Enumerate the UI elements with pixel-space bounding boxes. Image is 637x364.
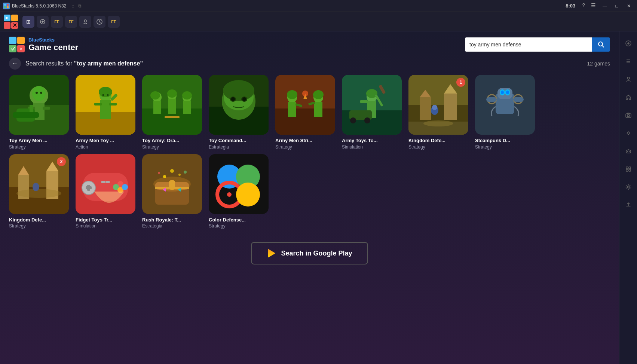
search-google-play-button[interactable]: Search in Google Play	[251, 242, 368, 264]
game-card-rush-royale[interactable]: Rush Royale: T... Estrategia	[142, 154, 202, 229]
sidebar-icon-camera[interactable]	[622, 109, 634, 121]
titlebar-left: BlueStacks 5.5.0.1063 N32 ⌂ ⧉	[3, 3, 82, 9]
game-genre-kingdom-defe-2: Strategy	[9, 223, 69, 229]
sidebar-icon-game[interactable]	[622, 145, 634, 157]
game-genre-army-toys: Simulation	[342, 144, 402, 150]
game-card-toy-army-men[interactable]: Toy Army Men ... Strategy	[9, 75, 69, 150]
game-card-toy-army-drag[interactable]: Toy Army: Dra... Strategy	[142, 75, 202, 150]
svg-point-28	[102, 94, 104, 96]
game-card-army-toys[interactable]: Army Toys To... Simulation	[342, 75, 402, 150]
search-results-label: Search results for "toy army men defense…	[25, 60, 143, 67]
game-card-army-men-toy[interactable]: Army Men Toy ... Action	[76, 75, 135, 150]
sidebar-icon-grid[interactable]	[622, 163, 634, 175]
back-row: ← Search results for "toy army men defen…	[0, 56, 619, 73]
thumb-army-men-toy	[76, 75, 135, 135]
sidebar-icon-resize[interactable]	[622, 127, 634, 139]
game-genre-toy-army-drag: Strategy	[142, 144, 202, 150]
back-button[interactable]: ←	[9, 58, 21, 70]
appbar-icon-ff3[interactable]: FF	[108, 16, 120, 28]
notification-badge-1: 1	[456, 78, 465, 87]
game-genre-rush-royale: Estrategia	[142, 223, 202, 229]
sidebar-icon-menu[interactable]	[622, 55, 634, 67]
appbar-icon-ff1[interactable]: FF	[51, 16, 63, 28]
game-card-kingdom-defe-2[interactable]: 2 Kingdom Defe...	[9, 154, 69, 229]
game-card-color-defense[interactable]: Color Defense... Strategy	[209, 154, 269, 229]
appbar-icon-4[interactable]	[94, 16, 105, 28]
svg-point-47	[223, 80, 254, 101]
appbar-icon-2[interactable]	[37, 16, 49, 28]
svg-rect-71	[360, 100, 368, 103]
game-name-army-men-toy: Army Men Toy ...	[76, 138, 135, 144]
brand-icon-red: ✕	[17, 45, 25, 52]
game-name-rush-royale: Rush Royale: T...	[142, 217, 202, 223]
svg-rect-130	[209, 154, 269, 214]
window-icon[interactable]: ⧉	[78, 3, 82, 9]
svg-point-82	[432, 105, 437, 110]
game-genre-color-defense: Strategy	[209, 223, 269, 229]
svg-point-63	[302, 91, 308, 97]
game-center-title: Game center	[28, 43, 78, 52]
appbar-icon-1[interactable]: ⊞	[22, 16, 34, 28]
svg-rect-2	[4, 6, 6, 8]
maximize-button[interactable]: □	[612, 2, 622, 10]
svg-point-125	[163, 175, 166, 178]
appbar-icon-3[interactable]	[79, 16, 91, 28]
svg-point-104	[16, 189, 61, 198]
header-title-group: BlueStacks Game center	[28, 37, 78, 52]
game-card-army-men-str[interactable]: Army Men Stri... Strategy	[275, 75, 335, 150]
search-button[interactable]	[592, 37, 610, 52]
game-card-kingdom-defe-1[interactable]: 1	[408, 75, 468, 150]
content-header: ✕ BlueStacks Game center	[0, 31, 619, 56]
minimize-button[interactable]: —	[600, 2, 610, 10]
svg-rect-55	[288, 102, 296, 117]
game-name-army-men-str: Army Men Stri...	[275, 138, 335, 144]
games-count: 12 games	[587, 61, 610, 67]
svg-rect-53	[275, 108, 335, 135]
search-bar-container	[465, 37, 610, 52]
google-play-icon	[267, 248, 277, 259]
bluestacks-logo: ✕	[4, 15, 18, 29]
svg-point-51	[242, 97, 246, 101]
svg-point-149	[629, 151, 630, 152]
sidebar-icon-settings[interactable]	[622, 181, 634, 193]
thumb-toy-command	[209, 75, 269, 135]
sidebar-icon-user[interactable]	[622, 73, 634, 85]
svg-line-8	[602, 46, 604, 48]
svg-point-129	[184, 171, 187, 174]
svg-point-90	[501, 91, 504, 94]
svg-point-17	[40, 92, 42, 94]
main-layout: ✕ BlueStacks Game center	[0, 31, 637, 364]
game-genre-toy-army-men: Strategy	[9, 144, 69, 150]
right-sidebar	[619, 31, 637, 364]
game-name-fidget-toys: Fidget Toys Tr...	[76, 217, 135, 223]
sidebar-icon-upload[interactable]	[622, 199, 634, 211]
svg-rect-97	[513, 97, 524, 102]
svg-point-127	[170, 169, 174, 173]
titlebar-right: 8:03 ? ☰ — □ ✕	[566, 2, 634, 10]
help-icon[interactable]: ?	[580, 2, 587, 10]
brand-icons: ✕	[9, 37, 25, 52]
svg-point-56	[287, 90, 297, 99]
menu-icon[interactable]: ☰	[589, 2, 598, 10]
game-card-toy-command[interactable]: Toy Command... Estrategia	[209, 75, 269, 150]
close-button[interactable]: ✕	[624, 2, 634, 10]
appbar-icon-ff2[interactable]: FF	[65, 16, 77, 28]
sidebar-icon-plus[interactable]	[622, 37, 634, 49]
thumb-toy-army-men	[9, 75, 69, 135]
search-input[interactable]	[465, 37, 592, 52]
sidebar-icon-home[interactable]	[622, 91, 634, 103]
game-genre-army-men-toy: Action	[76, 144, 135, 150]
svg-point-35	[150, 91, 160, 100]
game-name-steampunk: Steampunk D...	[475, 138, 535, 144]
svg-point-5	[84, 20, 86, 22]
svg-rect-77	[420, 97, 431, 120]
game-name-army-toys: Army Toys To...	[342, 138, 402, 144]
game-card-steampunk[interactable]: Steampunk D... Strategy	[475, 75, 535, 150]
home-icon[interactable]: ⌂	[71, 3, 74, 9]
brand-name: BlueStacks	[28, 37, 78, 43]
game-card-fidget-toys[interactable]: Fidget Toys Tr... Simulation	[76, 154, 135, 229]
svg-rect-110	[87, 185, 90, 191]
svg-rect-87	[497, 88, 512, 99]
game-genre-fidget-toys: Simulation	[76, 223, 135, 229]
game-name-toy-army-drag: Toy Army: Dra...	[142, 138, 202, 144]
